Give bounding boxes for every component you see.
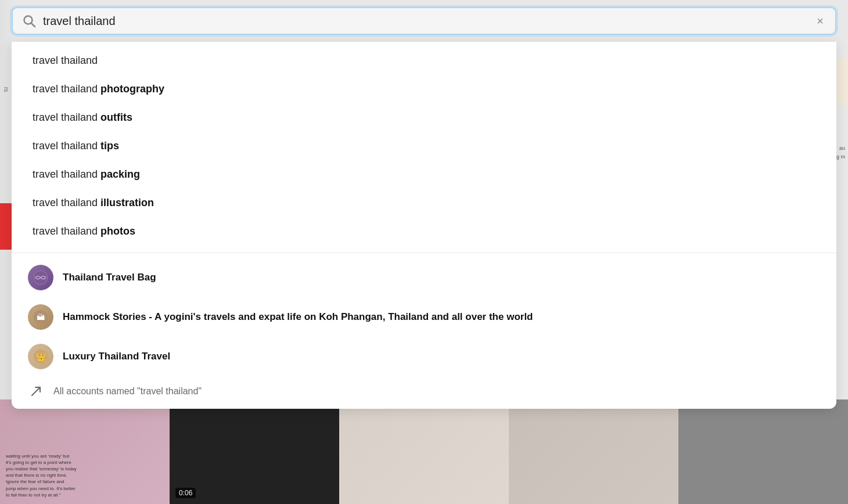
- account-item-hammock-stories[interactable]: 🏔 Hammock Stories - A yogini's travels a…: [12, 297, 836, 337]
- suggestion-travel-thailand-photography[interactable]: travel thailand photography: [12, 75, 836, 103]
- account-name-2: Hammock Stories - A yogini's travels and…: [63, 311, 533, 323]
- account-item-luxury-thailand[interactable]: 👑 Luxury Thailand Travel: [12, 337, 836, 376]
- all-accounts-link[interactable]: All accounts named "travel thailand": [12, 376, 836, 406]
- avatar-thailand-travel-bag: [28, 265, 53, 290]
- clear-button[interactable]: ×: [814, 15, 826, 28]
- suggestion-travel-thailand-illustration[interactable]: travel thailand illustration: [12, 189, 836, 217]
- bottom-cell-4: [509, 399, 678, 504]
- account-name-3: Luxury Thailand Travel: [63, 351, 170, 362]
- svg-line-8: [32, 387, 40, 395]
- suggestion-suffix-3: outfits: [100, 111, 132, 124]
- suggestion-travel-thailand-outfits[interactable]: travel thailand outfits: [12, 103, 836, 132]
- all-accounts-text: All accounts named "travel thailand": [53, 386, 202, 397]
- suggestion-prefix-3: travel thailand: [33, 111, 98, 124]
- svg-text:👑: 👑: [36, 352, 46, 362]
- suggestion-travel-thailand[interactable]: travel thailand: [12, 46, 836, 75]
- arrow-icon: [28, 383, 44, 399]
- suggestion-prefix-4: travel thailand: [33, 140, 98, 152]
- avatar-hammock-stories: 🏔: [28, 304, 53, 330]
- bottom-cell-5: [678, 399, 848, 504]
- bottom-cell-text: waiting until you are 'ready' but it's g…: [6, 453, 77, 498]
- suggestion-prefix-6: travel thailand: [33, 197, 98, 209]
- bottom-cell-1: waiting until you are 'ready' but it's g…: [0, 399, 170, 504]
- search-dropdown: travel thailand travel thailand photogra…: [12, 42, 836, 409]
- suggestion-travel-thailand-tips[interactable]: travel thailand tips: [12, 132, 836, 160]
- search-input[interactable]: [43, 15, 814, 28]
- search-container: × travel thailand travel thailand photog…: [0, 0, 848, 409]
- bottom-cell-2: 0:06: [170, 399, 339, 504]
- suggestion-prefix-7: travel thailand: [33, 225, 98, 237]
- suggestion-suffix-5: packing: [100, 168, 140, 181]
- suggestion-suffix-4: tips: [100, 140, 119, 152]
- suggestion-suffix-2: photography: [100, 83, 164, 95]
- accounts-section: Thailand Travel Bag 🏔 Hammock Stories - …: [12, 255, 836, 409]
- video-timestamp: 0:06: [175, 488, 196, 498]
- suggestion-prefix-2: travel thailand: [33, 83, 98, 95]
- suggestion-suffix-7: photos: [100, 225, 135, 237]
- suggestion-prefix-1: travel thailand: [33, 55, 98, 67]
- search-bar: ×: [12, 7, 836, 35]
- suggestions-section: travel thailand travel thailand photogra…: [12, 42, 836, 250]
- bottom-cell-3: [339, 399, 509, 504]
- search-icon: [22, 14, 36, 28]
- svg-text:🏔: 🏔: [37, 312, 45, 322]
- bottom-image-strip: waiting until you are 'ready' but it's g…: [0, 399, 848, 504]
- account-item-thailand-travel-bag[interactable]: Thailand Travel Bag: [12, 258, 836, 297]
- account-name-1: Thailand Travel Bag: [63, 272, 156, 283]
- suggestion-travel-thailand-packing[interactable]: travel thailand packing: [12, 160, 836, 189]
- svg-line-1: [31, 23, 35, 27]
- suggestion-travel-thailand-photos[interactable]: travel thailand photos: [12, 217, 836, 246]
- avatar-luxury-thailand: 👑: [28, 344, 53, 369]
- section-divider: [12, 253, 836, 253]
- suggestion-suffix-6: illustration: [100, 197, 154, 209]
- suggestion-prefix-5: travel thailand: [33, 168, 98, 181]
